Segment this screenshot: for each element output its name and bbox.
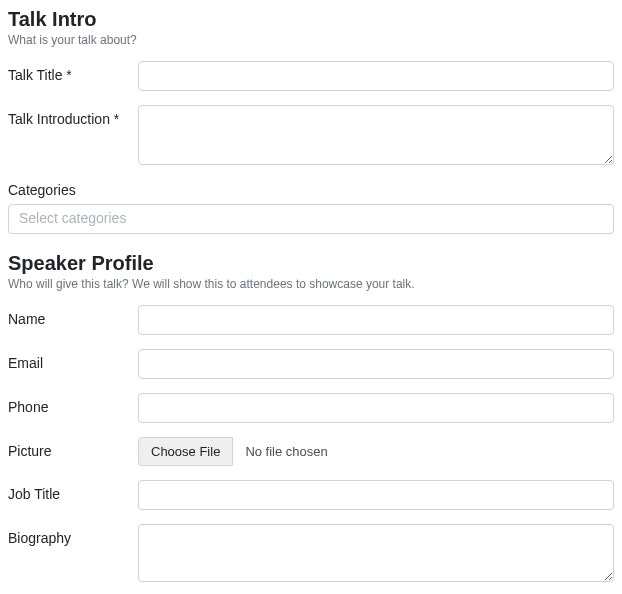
- email-row: Email: [8, 349, 614, 379]
- email-label: Email: [8, 349, 138, 371]
- biography-label: Biography: [8, 524, 138, 546]
- file-input-wrap: Choose File No file chosen: [138, 437, 614, 466]
- talk-title-input[interactable]: [138, 61, 614, 91]
- phone-label: Phone: [8, 393, 138, 415]
- talk-title-row: Talk Title *: [8, 61, 614, 91]
- email-input[interactable]: [138, 349, 614, 379]
- categories-block: Categories Select categories: [8, 182, 614, 234]
- talk-introduction-row: Talk Introduction *: [8, 105, 614, 168]
- job-title-label: Job Title: [8, 480, 138, 502]
- categories-label: Categories: [8, 182, 614, 198]
- biography-input[interactable]: [138, 524, 614, 582]
- name-label: Name: [8, 305, 138, 327]
- phone-input[interactable]: [138, 393, 614, 423]
- speaker-profile-heading: Speaker Profile: [8, 252, 614, 275]
- choose-file-button[interactable]: Choose File: [138, 437, 233, 466]
- job-title-input[interactable]: [138, 480, 614, 510]
- picture-label: Picture: [8, 437, 138, 459]
- picture-row: Picture Choose File No file chosen: [8, 437, 614, 466]
- name-input[interactable]: [138, 305, 614, 335]
- categories-select[interactable]: Select categories: [8, 204, 614, 234]
- biography-row: Biography: [8, 524, 614, 585]
- speaker-profile-subheading: Who will give this talk? We will show th…: [8, 277, 614, 291]
- name-row: Name: [8, 305, 614, 335]
- talk-introduction-input[interactable]: [138, 105, 614, 165]
- file-status-text: No file chosen: [233, 438, 339, 465]
- phone-row: Phone: [8, 393, 614, 423]
- talk-intro-subheading: What is your talk about?: [8, 33, 614, 47]
- job-title-row: Job Title: [8, 480, 614, 510]
- talk-intro-heading: Talk Intro: [8, 8, 614, 31]
- talk-title-label: Talk Title *: [8, 61, 138, 83]
- talk-introduction-label: Talk Introduction *: [8, 105, 138, 127]
